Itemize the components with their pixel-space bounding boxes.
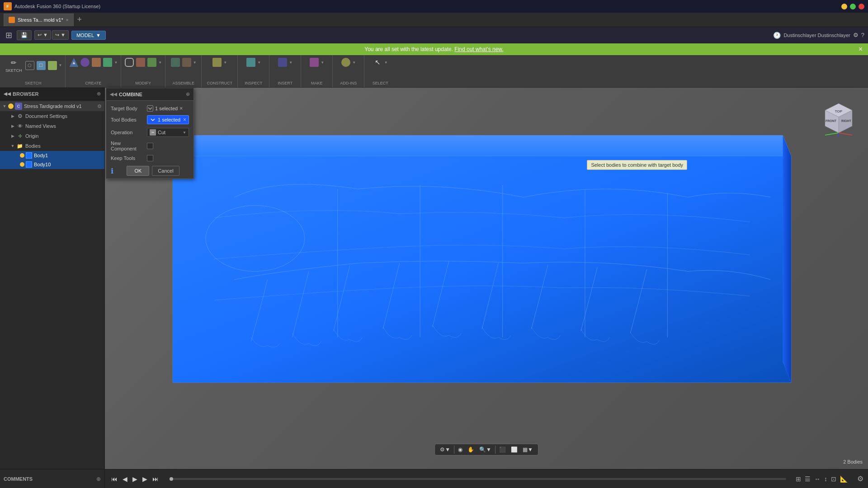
comments-expand-button[interactable]: ⊕ <box>96 476 101 482</box>
help-button[interactable]: ? <box>861 32 864 38</box>
create-btn-3[interactable] <box>91 57 102 68</box>
timeline-tool-6[interactable]: 📐 <box>839 474 849 483</box>
assemble-btn-1[interactable] <box>170 57 181 68</box>
active-tab[interactable]: Stress Ta... mold v1* × <box>4 14 74 26</box>
browser-close-button[interactable]: ⊕ <box>97 91 101 97</box>
svg-line-15 <box>839 133 852 135</box>
grid-button[interactable]: ⬜ <box>509 445 520 454</box>
viewport[interactable]: Select bodies to combine with target bod… <box>105 88 868 469</box>
timeline-tool-4[interactable]: ↕ <box>823 474 829 483</box>
first-frame-button[interactable]: ⏮ <box>109 474 119 483</box>
tree-item-bodies[interactable]: ▼ 📁 Bodies <box>0 141 104 151</box>
tree-item-named-views[interactable]: ▶ 👁 Named Views <box>0 121 104 131</box>
make-dropdown[interactable]: ▼ <box>320 57 325 68</box>
ok-button[interactable]: OK <box>127 166 149 176</box>
sketch-toolbar-group: ✏ SKETCH ⬡ ☐ ▼ SKETCH <box>1 55 66 87</box>
assemble-dropdown[interactable]: ▼ <box>193 57 197 68</box>
cancel-button[interactable]: Cancel <box>152 166 179 176</box>
close-button[interactable] <box>859 4 864 9</box>
modify-btn-3[interactable] <box>146 57 157 68</box>
save-file-button[interactable]: 💾 <box>17 30 32 40</box>
tree-item-doc-settings[interactable]: ▶ ⚙ Document Settings <box>0 111 104 121</box>
construct-dropdown[interactable]: ▼ <box>223 57 227 68</box>
timeline-tool-1[interactable]: ⊞ <box>794 474 802 483</box>
select-dropdown[interactable]: ▼ <box>384 57 388 68</box>
new-component-checkbox[interactable] <box>147 143 153 149</box>
modify-dropdown[interactable]: ▼ <box>158 57 162 68</box>
insert-group-label: INSERT <box>278 81 292 85</box>
undo-button[interactable]: ↩ ▼ <box>34 30 51 40</box>
sketch-dropdown[interactable]: ▼ <box>58 57 63 74</box>
new-component-row: New Component <box>111 141 189 151</box>
new-tab-button[interactable]: + <box>74 15 86 24</box>
make-btn-1[interactable] <box>309 57 320 68</box>
extrude-button[interactable]: ▲ <box>68 57 79 68</box>
tree-item-body10[interactable]: Body10 <box>0 160 104 169</box>
3d-model-body <box>123 115 841 424</box>
insert-btn-1[interactable] <box>277 57 288 68</box>
last-frame-button[interactable]: ⏭ <box>151 474 160 483</box>
select-group-label: SELECT <box>373 81 388 85</box>
tree-item-origin[interactable]: ▶ ✛ Origin <box>0 131 104 141</box>
body1-visibility-icon <box>20 153 24 158</box>
pan-button[interactable]: ✋ <box>465 445 476 454</box>
tree-item-body1[interactable]: Body1 <box>0 151 104 160</box>
maximize-button[interactable] <box>850 4 856 9</box>
app-logo: F <box>4 2 12 10</box>
target-body-selector[interactable]: 1 selected × <box>147 105 189 112</box>
tool-bodies-value: 1 selected <box>158 117 180 122</box>
timeline-track[interactable] <box>170 478 786 480</box>
orbit-button[interactable]: ◉ <box>456 445 465 454</box>
minimize-button[interactable] <box>841 4 847 9</box>
close-tab-button[interactable]: × <box>66 18 69 23</box>
bottom-settings-button[interactable]: ⚙ <box>853 469 868 488</box>
sketch-btn-3[interactable]: ☐ <box>36 57 47 74</box>
keep-tools-checkbox[interactable] <box>147 155 153 161</box>
operation-select[interactable]: ✂ Cut ▼ <box>147 128 189 137</box>
inspect-dropdown[interactable]: ▼ <box>257 57 261 68</box>
display-mode-button[interactable]: ⬛ <box>497 445 508 454</box>
addins-btn-1[interactable] <box>340 57 351 68</box>
tool-bodies-selector[interactable]: 1 selected × <box>147 115 189 124</box>
inspect-btn-1[interactable] <box>245 57 256 68</box>
notification-link[interactable]: Find out what's new. <box>454 46 503 52</box>
zoom-button[interactable]: 🔍▼ <box>477 445 494 454</box>
insert-dropdown[interactable]: ▼ <box>288 57 293 68</box>
sketch-btn-2[interactable]: ⬡ <box>24 57 35 74</box>
combine-dialog-close-button[interactable]: ⊕ <box>186 91 190 97</box>
app-switcher-button[interactable]: ⊞ <box>4 29 14 41</box>
model-mode-button[interactable]: MODEL ▼ <box>71 31 106 40</box>
redo-button[interactable]: ↪ ▼ <box>52 30 69 40</box>
timeline-playhead[interactable] <box>170 477 173 481</box>
assemble-btn-2[interactable] <box>181 57 192 68</box>
view-cube[interactable]: TOP RIGHT FRONT <box>818 97 859 137</box>
fillet-button[interactable] <box>124 57 135 68</box>
create-dropdown[interactable]: ▼ <box>113 57 118 68</box>
close-notification-button[interactable]: × <box>859 45 863 53</box>
view-options-button[interactable]: ▦▼ <box>520 445 535 454</box>
sketch-btn-4[interactable] <box>47 57 58 74</box>
next-frame-button[interactable]: ▶ <box>141 474 149 483</box>
play-button[interactable]: ▶ <box>131 474 139 483</box>
timeline-tool-5[interactable]: ⊡ <box>830 474 838 483</box>
cut-operation-icon: ✂ <box>150 129 156 136</box>
prev-frame-button[interactable]: ◀ <box>121 474 129 483</box>
target-body-clear-button[interactable]: × <box>179 106 183 111</box>
sketch-group-buttons: ✏ SKETCH ⬡ ☐ ▼ <box>4 57 62 74</box>
user-settings-button[interactable]: ⚙ <box>853 32 859 38</box>
select-btn-1[interactable]: ↖ <box>373 57 383 68</box>
tool-bodies-clear-button[interactable]: × <box>183 117 186 122</box>
sketch-button[interactable]: ✏ SKETCH <box>4 57 24 74</box>
timeline-tool-3[interactable]: ↔ <box>813 474 822 483</box>
modify-btn-2[interactable] <box>135 57 146 68</box>
timeline-tool-2[interactable]: ☰ <box>803 474 812 483</box>
construct-btn-1[interactable] <box>212 57 222 68</box>
root-settings-icon[interactable]: ⚙ <box>96 103 103 109</box>
undo-redo-group: ↩ ▼ ↪ ▼ <box>34 30 69 40</box>
viewport-settings-button[interactable]: ⚙▼ <box>438 445 453 454</box>
addins-dropdown[interactable]: ▼ <box>352 57 356 68</box>
tree-item-root[interactable]: ▼ C Stress Tardigrade mold v1 ⚙ <box>0 101 104 111</box>
create-btn-4[interactable] <box>102 57 113 68</box>
revolve-button[interactable] <box>80 57 90 68</box>
dialog-info-icon[interactable]: ℹ <box>111 167 113 175</box>
